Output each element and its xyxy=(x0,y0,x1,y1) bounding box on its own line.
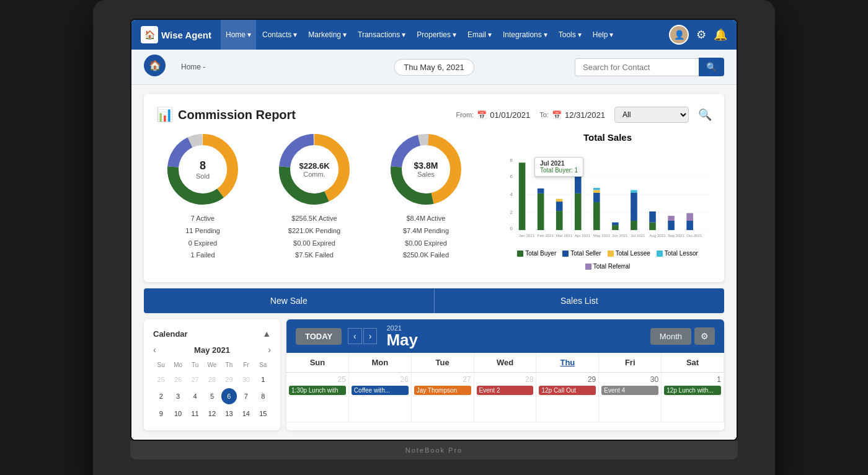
fc-event[interactable]: 12p Call Out xyxy=(539,386,596,395)
cal-day[interactable]: 2 xyxy=(153,388,169,404)
cal-day[interactable]: 3 xyxy=(170,388,185,404)
brand[interactable]: 🏠 Wise Agent xyxy=(141,26,211,43)
fc-title: 2021 May xyxy=(386,324,418,348)
date-badge: Thu May 6, 2021 xyxy=(394,59,474,76)
svg-text:Feb 2021: Feb 2021 xyxy=(538,233,554,238)
fc-today-button[interactable]: TODAY xyxy=(296,328,342,345)
cal-day[interactable]: 30 xyxy=(238,371,254,387)
cal-day[interactable]: 11 xyxy=(187,406,203,421)
cal-day[interactable]: 15 xyxy=(255,406,271,421)
fc-prev-button[interactable]: ‹ xyxy=(348,328,362,344)
svg-rect-36 xyxy=(593,190,600,193)
svg-rect-25 xyxy=(538,193,544,230)
calendar-grid: Su Mo Tu We Th Fr Sa 25 26 27 28 29 30 xyxy=(153,360,271,421)
sales-list-button[interactable]: Sales List xyxy=(434,288,725,313)
fc-cell: 30 Event 4 xyxy=(599,373,662,422)
fc-event[interactable]: 1:30p Lunch with xyxy=(289,386,346,395)
cal-day[interactable]: 7 xyxy=(238,388,254,404)
subheader: 🏠 Home - Thu May 6, 2021 🔍 xyxy=(131,50,737,85)
fc-event[interactable]: Event 4 xyxy=(601,386,658,395)
nav-email[interactable]: Email ▾ xyxy=(463,20,497,50)
svg-rect-44 xyxy=(649,211,656,223)
donut-sales: $3.8M Sales $8.4M Active $7.4M Pending $… xyxy=(379,132,472,262)
calendar-next-button[interactable]: › xyxy=(268,345,271,355)
svg-rect-43 xyxy=(649,223,656,230)
svg-rect-27 xyxy=(556,211,563,230)
filter-select[interactable]: All xyxy=(614,107,689,123)
avatar[interactable]: 👤 xyxy=(669,25,689,45)
cal-day[interactable]: 8 xyxy=(255,388,271,404)
cal-day[interactable]: 10 xyxy=(170,406,185,421)
cal-day[interactable]: 28 xyxy=(204,371,219,387)
nav-help[interactable]: Help ▾ xyxy=(588,20,619,50)
fc-month-button[interactable]: Month xyxy=(650,328,691,345)
svg-rect-45 xyxy=(668,221,675,230)
donut-comm-stats: $256.5K Active $221.0K Pending $0.00 Exp… xyxy=(288,213,340,262)
donut-sold-chart: 8 Sold xyxy=(166,132,240,206)
nav-tools[interactable]: Tools ▾ xyxy=(554,20,587,50)
fc-cell: 28 Event 2 xyxy=(474,373,537,422)
nav-home[interactable]: Home ▾ xyxy=(221,20,256,50)
date-to-field: To: 📅 12/31/2021 xyxy=(539,110,605,120)
svg-text:Mar 2021: Mar 2021 xyxy=(556,233,573,238)
svg-rect-39 xyxy=(612,223,619,225)
bell-icon[interactable]: 🔔 xyxy=(714,28,727,42)
nav-properties[interactable]: Properties ▾ xyxy=(412,20,461,50)
nav-contacts[interactable]: Contacts ▾ xyxy=(257,20,302,50)
brand-name: Wise Agent xyxy=(161,30,211,40)
cal-day[interactable]: 4 xyxy=(187,388,203,404)
svg-text:Aug 2021: Aug 2021 xyxy=(649,233,666,238)
svg-text:6: 6 xyxy=(510,174,513,179)
cal-day[interactable]: 14 xyxy=(238,406,254,421)
donut-sales-stats: $8.4M Active $7.4M Pending $0.00 Expired… xyxy=(403,213,449,262)
cal-day[interactable]: 5 xyxy=(204,388,219,404)
fc-event[interactable]: Coffee with... xyxy=(352,386,409,395)
fc-event[interactable]: Jay Thompson xyxy=(414,386,471,395)
search-container: 🔍 xyxy=(575,58,724,76)
fc-header: TODAY ‹ › 2021 May Month ⚙ xyxy=(286,319,724,353)
cal-day[interactable]: 29 xyxy=(221,371,237,387)
fc-next-button[interactable]: › xyxy=(363,328,378,344)
svg-rect-34 xyxy=(593,202,600,230)
fc-event[interactable]: 12p Lunch with... xyxy=(664,386,721,395)
cal-day[interactable]: 13 xyxy=(221,406,237,421)
nav-marketing[interactable]: Marketing ▾ xyxy=(303,20,352,50)
svg-rect-38 xyxy=(612,225,619,230)
cal-day[interactable]: 26 xyxy=(170,371,185,387)
cal-day[interactable]: 1 xyxy=(255,371,271,387)
commission-search-button[interactable]: 🔍 xyxy=(698,108,712,122)
cal-day[interactable]: 25 xyxy=(153,371,169,387)
cal-day-today[interactable]: 6 xyxy=(221,388,237,404)
nav-transactions[interactable]: Transactions ▾ xyxy=(353,20,410,50)
total-sales-chart: Total Sales Jul 2021 Total Buyer: 1 xyxy=(491,132,712,270)
svg-rect-35 xyxy=(593,193,600,202)
fc-cell: 25 1:30p Lunch with xyxy=(286,373,349,422)
svg-rect-40 xyxy=(631,221,637,230)
mini-calendar: Calendar ▲ ‹ May 2021 › Su Mo Tu We Th xyxy=(144,319,280,430)
search-button[interactable]: 🔍 xyxy=(699,58,724,76)
fc-grid: 25 1:30p Lunch with 26 Coffee with... 27… xyxy=(286,373,724,422)
calendar-nav: ‹ May 2021 › xyxy=(153,345,271,355)
svg-rect-47 xyxy=(686,221,693,230)
chart-legend: Total Buyer Total Seller Total Lessee xyxy=(503,250,712,270)
fc-event[interactable]: Event 2 xyxy=(477,386,534,395)
nav-links: Home ▾ Contacts ▾ Marketing ▾ Transactio… xyxy=(221,20,669,50)
svg-rect-41 xyxy=(631,193,637,221)
nav-right: 👤 ⚙ 🔔 xyxy=(669,25,727,45)
donuts-row: 8 Sold 7 Active 11 Pending 0 Expired 1 F… xyxy=(156,132,712,270)
fc-settings-button[interactable]: ⚙ xyxy=(694,327,715,345)
date-range: From: 📅 01/01/2021 To: 📅 12/31/2021 All xyxy=(456,107,712,123)
cal-day[interactable]: 12 xyxy=(204,406,219,421)
calendar-collapse-button[interactable]: ▲ xyxy=(262,329,271,339)
search-input[interactable] xyxy=(575,58,699,76)
svg-text:Oct 2021: Oct 2021 xyxy=(686,233,702,238)
cal-day[interactable]: 9 xyxy=(153,406,169,421)
fc-nav-buttons: ‹ › xyxy=(348,328,377,344)
new-sale-button[interactable]: New Sale xyxy=(144,288,434,313)
breadcrumb: Home - xyxy=(181,63,205,71)
calendar-prev-button[interactable]: ‹ xyxy=(153,345,156,355)
gear-icon[interactable]: ⚙ xyxy=(696,28,706,42)
cal-day[interactable]: 27 xyxy=(187,371,203,387)
nav-integrations[interactable]: Integrations ▾ xyxy=(498,20,552,50)
svg-rect-26 xyxy=(538,189,544,193)
